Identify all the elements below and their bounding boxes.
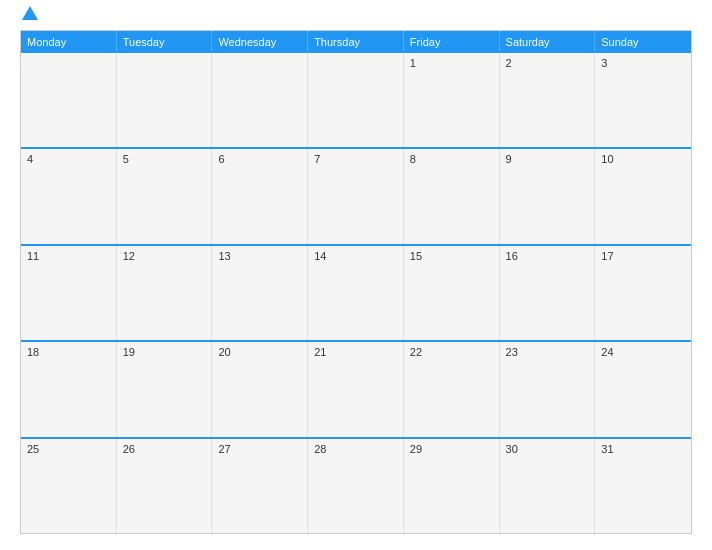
day-header-wednesday: Wednesday (212, 31, 308, 53)
day-number: 3 (601, 57, 685, 69)
day-number: 12 (123, 250, 206, 262)
day-number: 22 (410, 346, 493, 358)
day-header-sunday: Sunday (595, 31, 691, 53)
day-number: 5 (123, 153, 206, 165)
day-cell-28: 28 (308, 439, 404, 533)
day-cell-23: 23 (500, 342, 596, 436)
week-row-4: 25262728293031 (21, 437, 691, 533)
day-number: 28 (314, 443, 397, 455)
day-cell-27: 27 (212, 439, 308, 533)
day-number: 16 (506, 250, 589, 262)
day-number: 27 (218, 443, 301, 455)
day-header-monday: Monday (21, 31, 117, 53)
day-number: 25 (27, 443, 110, 455)
calendar: MondayTuesdayWednesdayThursdayFridaySatu… (20, 30, 692, 534)
logo-row1 (20, 16, 38, 20)
day-cell-1: 1 (404, 53, 500, 147)
day-cell-17: 17 (595, 246, 691, 340)
day-cell-6: 6 (212, 149, 308, 243)
day-number: 29 (410, 443, 493, 455)
day-number: 17 (601, 250, 685, 262)
day-number: 13 (218, 250, 301, 262)
day-cell-14: 14 (308, 246, 404, 340)
logo-wrapper (20, 16, 38, 20)
logo-triangle-icon (22, 6, 38, 20)
day-cell-19: 19 (117, 342, 213, 436)
day-cell-25: 25 (21, 439, 117, 533)
day-number: 31 (601, 443, 685, 455)
day-number: 9 (506, 153, 589, 165)
day-cell-10: 10 (595, 149, 691, 243)
day-cell-2: 2 (500, 53, 596, 147)
day-cell-empty-2 (212, 53, 308, 147)
day-number: 2 (506, 57, 589, 69)
header (20, 16, 692, 20)
day-cell-18: 18 (21, 342, 117, 436)
week-row-3: 18192021222324 (21, 340, 691, 436)
day-cell-26: 26 (117, 439, 213, 533)
day-cell-22: 22 (404, 342, 500, 436)
day-cell-21: 21 (308, 342, 404, 436)
day-cell-29: 29 (404, 439, 500, 533)
week-row-0: 123 (21, 53, 691, 147)
day-number: 23 (506, 346, 589, 358)
day-cell-11: 11 (21, 246, 117, 340)
day-header-saturday: Saturday (500, 31, 596, 53)
day-cell-9: 9 (500, 149, 596, 243)
day-cell-15: 15 (404, 246, 500, 340)
day-cell-empty-3 (308, 53, 404, 147)
day-number: 26 (123, 443, 206, 455)
day-cell-12: 12 (117, 246, 213, 340)
day-header-friday: Friday (404, 31, 500, 53)
day-cell-empty-0 (21, 53, 117, 147)
day-number: 15 (410, 250, 493, 262)
day-number: 24 (601, 346, 685, 358)
day-number: 11 (27, 250, 110, 262)
day-cell-empty-1 (117, 53, 213, 147)
day-number: 1 (410, 57, 493, 69)
day-cell-24: 24 (595, 342, 691, 436)
week-row-1: 45678910 (21, 147, 691, 243)
day-header-tuesday: Tuesday (117, 31, 213, 53)
day-cell-31: 31 (595, 439, 691, 533)
day-number: 20 (218, 346, 301, 358)
day-cell-8: 8 (404, 149, 500, 243)
week-row-2: 11121314151617 (21, 244, 691, 340)
day-cell-3: 3 (595, 53, 691, 147)
day-number: 10 (601, 153, 685, 165)
day-number: 6 (218, 153, 301, 165)
logo (20, 16, 38, 20)
days-header: MondayTuesdayWednesdayThursdayFridaySatu… (21, 31, 691, 53)
day-number: 21 (314, 346, 397, 358)
day-header-thursday: Thursday (308, 31, 404, 53)
day-number: 18 (27, 346, 110, 358)
weeks: 1234567891011121314151617181920212223242… (21, 53, 691, 533)
day-cell-20: 20 (212, 342, 308, 436)
day-cell-30: 30 (500, 439, 596, 533)
day-number: 8 (410, 153, 493, 165)
day-number: 7 (314, 153, 397, 165)
day-cell-16: 16 (500, 246, 596, 340)
day-number: 14 (314, 250, 397, 262)
calendar-page: MondayTuesdayWednesdayThursdayFridaySatu… (0, 0, 712, 550)
day-number: 30 (506, 443, 589, 455)
day-cell-5: 5 (117, 149, 213, 243)
day-cell-13: 13 (212, 246, 308, 340)
day-cell-7: 7 (308, 149, 404, 243)
day-cell-4: 4 (21, 149, 117, 243)
day-number: 4 (27, 153, 110, 165)
day-number: 19 (123, 346, 206, 358)
